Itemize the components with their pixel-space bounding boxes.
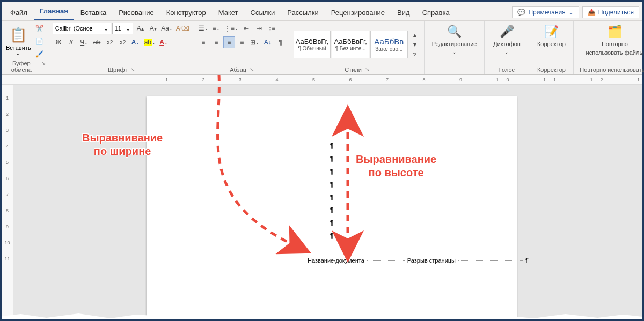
menu-draw[interactable]: Рисование — [113, 5, 159, 20]
comments-button[interactable]: 💬 Примечания ⌄ — [512, 6, 579, 18]
style-preview: АаБбВв — [374, 37, 404, 46]
share-label: Поделиться — [598, 9, 634, 16]
style-name: ¶ Без инте... — [335, 46, 366, 51]
share-icon: 📤 — [588, 9, 596, 16]
font-size-combo[interactable]: 11⌄ — [112, 23, 134, 34]
group-font: Calibri (Основ⌄ 11⌄ A▴ A▾ Aa⌄ A⌫ Ж К Ч⌄ … — [49, 21, 194, 74]
sort-button[interactable]: A↓ — [262, 36, 274, 48]
cut-button[interactable]: ✂️ — [34, 23, 46, 34]
editor-button[interactable]: 📝 Корректор — [532, 23, 570, 49]
menu-insert[interactable]: Вставка — [75, 5, 112, 20]
share-button[interactable]: 📤 Поделиться — [582, 6, 639, 18]
format-painter-button[interactable]: 🖌️ — [34, 48, 46, 60]
chevron-down-icon: ⌄ — [16, 51, 20, 56]
italic-button[interactable]: К — [65, 36, 77, 48]
borders-button[interactable]: ⊞⌄ — [249, 36, 261, 48]
mic-icon: 🎤 — [500, 25, 514, 39]
underline-button[interactable]: Ч⌄ — [78, 36, 90, 48]
style-no-spacing[interactable]: АаБбВвГг, ¶ Без инте... — [332, 31, 369, 58]
menu-review[interactable]: Рецензирование — [326, 5, 390, 20]
numbering-button[interactable]: ≡⌄ — [210, 23, 222, 34]
menu-bar: Файл Главная Вставка Рисование Конструкт… — [2, 2, 642, 21]
styles-scroll-up[interactable]: ▴ — [409, 31, 421, 39]
copy-button[interactable]: 📄 — [34, 35, 46, 47]
highlight-button[interactable]: ab⌄ — [143, 36, 157, 48]
text-effects-button[interactable]: A⌄ — [130, 36, 142, 48]
align-left-button[interactable]: ≡ — [197, 36, 209, 48]
dictate-button[interactable]: 🎤 Диктофон ⌄ — [488, 23, 525, 57]
show-marks-button[interactable]: ¶ — [275, 36, 287, 48]
style-preview: АаБбВвГг, — [334, 38, 367, 46]
editing-label: Редактирование — [432, 41, 477, 47]
group-voice: 🎤 Диктофон ⌄ Голос — [485, 21, 529, 74]
grow-font-button[interactable]: A▴ — [134, 23, 146, 34]
comments-label: Примечания — [528, 9, 565, 16]
pilcrow-mark: ¶ — [525, 257, 529, 264]
files-icon: 🗂️ — [608, 25, 622, 39]
align-right-button[interactable]: ≡ — [236, 36, 248, 48]
clear-format-button[interactable]: A⌫ — [175, 23, 191, 34]
subscript-button[interactable]: x2 — [104, 36, 116, 48]
search-icon: 🔍 — [447, 25, 462, 39]
style-name: Заголово... — [375, 46, 402, 52]
menu-mail[interactable]: Рассылки — [282, 5, 324, 20]
align-center-button[interactable]: ≡ — [210, 36, 222, 48]
decrease-indent-button[interactable]: ⇤ — [240, 23, 252, 34]
increase-indent-button[interactable]: ⇥ — [253, 23, 265, 34]
group-paragraph: ☰⌄ ≡⌄ ⋮≡⌄ ⇤ ⇥ ↕≡ ≡ ≡ ≡ ≡ ⊞⌄ A↓ ¶ Абзац↘ — [194, 21, 290, 74]
menu-design[interactable]: Конструктор — [161, 5, 211, 20]
paste-label: Вставить — [6, 44, 31, 51]
bold-button[interactable]: Ж — [53, 36, 64, 48]
styles-group-title: Стили — [345, 66, 362, 73]
dialog-launcher-icon[interactable]: ↘ — [41, 60, 46, 73]
change-case-button[interactable]: Aa⌄ — [160, 23, 173, 34]
style-normal[interactable]: АаБбВвГг, ¶ Обычный — [294, 31, 331, 58]
document-workspace: ∟ · 1 · 2 · 3 · 4 · 5 · 6 · 7 · 8 · 9 · … — [2, 75, 642, 319]
strike-button[interactable]: ab — [91, 36, 103, 48]
menu-links[interactable]: Ссылки — [245, 5, 281, 20]
group-styles: АаБбВвГг, ¶ Обычный АаБбВвГг, ¶ Без инте… — [290, 21, 425, 74]
reuse-group-title: Повторно использовать... — [580, 66, 644, 73]
line-spacing-button[interactable]: ↕≡ — [266, 23, 278, 34]
chevron-down-icon: ⌄ — [504, 49, 509, 55]
style-name: ¶ Обычный — [298, 46, 326, 51]
editing-button[interactable]: 🔍 Редактирование ⌄ — [428, 23, 481, 57]
paste-button[interactable]: 📋 Вставить ⌄ — [5, 27, 32, 56]
bullets-button[interactable]: ☰⌄ — [197, 23, 209, 34]
font-group-title: Шрифт — [108, 66, 127, 73]
styles-expand[interactable]: ▿ — [409, 50, 421, 58]
menu-file[interactable]: Файл — [5, 5, 33, 20]
editor-icon: 📝 — [544, 25, 559, 39]
comment-icon: 💬 — [517, 9, 525, 16]
reuse-files-button[interactable]: 🗂️ Повторно использовать файлы — [577, 23, 644, 58]
voice-group-title: Голос — [499, 66, 515, 73]
dialog-launcher-icon[interactable]: ↘ — [365, 66, 369, 73]
paragraph-group-title: Абзац — [230, 66, 246, 73]
arrow-curve-icon — [2, 75, 377, 289]
styles-scroll-down[interactable]: ▾ — [409, 40, 421, 49]
scissors-icon: ✂️ — [35, 25, 43, 32]
editor-label: Корректор — [537, 41, 566, 47]
multilevel-button[interactable]: ⋮≡⌄ — [223, 23, 239, 34]
ribbon: 📋 Вставить ⌄ ✂️ 📄 🖌️ Буфер обмена↘ Calib… — [2, 21, 642, 75]
font-family-combo[interactable]: Calibri (Основ⌄ — [53, 23, 111, 34]
group-editor: 📝 Корректор Корректор — [529, 21, 574, 74]
group-editing: 🔍 Редактирование ⌄ — [425, 21, 485, 74]
copy-icon: 📄 — [35, 38, 43, 45]
superscript-button[interactable]: x2 — [117, 36, 129, 48]
dialog-launcher-icon[interactable]: ↘ — [250, 66, 254, 73]
menu-view[interactable]: Вид — [392, 5, 415, 20]
font-size-value: 11 — [115, 25, 121, 32]
dialog-launcher-icon[interactable]: ↘ — [130, 66, 135, 73]
menu-layout[interactable]: Макет — [213, 5, 244, 20]
font-color-button[interactable]: A⌄ — [158, 36, 170, 48]
align-justify-button[interactable]: ≡ — [223, 36, 235, 48]
reuse-label2: использовать файлы — [586, 49, 644, 56]
group-clipboard: 📋 Вставить ⌄ ✂️ 📄 🖌️ Буфер обмена↘ — [2, 21, 49, 74]
style-heading[interactable]: АаБбВв Заголово... — [370, 31, 408, 58]
shrink-font-button[interactable]: A▾ — [147, 23, 159, 34]
chevron-down-icon: ⌄ — [126, 25, 130, 32]
menu-help[interactable]: Справка — [417, 5, 455, 20]
menu-home[interactable]: Главная — [34, 4, 74, 20]
chevron-down-icon: ⌄ — [568, 9, 574, 16]
